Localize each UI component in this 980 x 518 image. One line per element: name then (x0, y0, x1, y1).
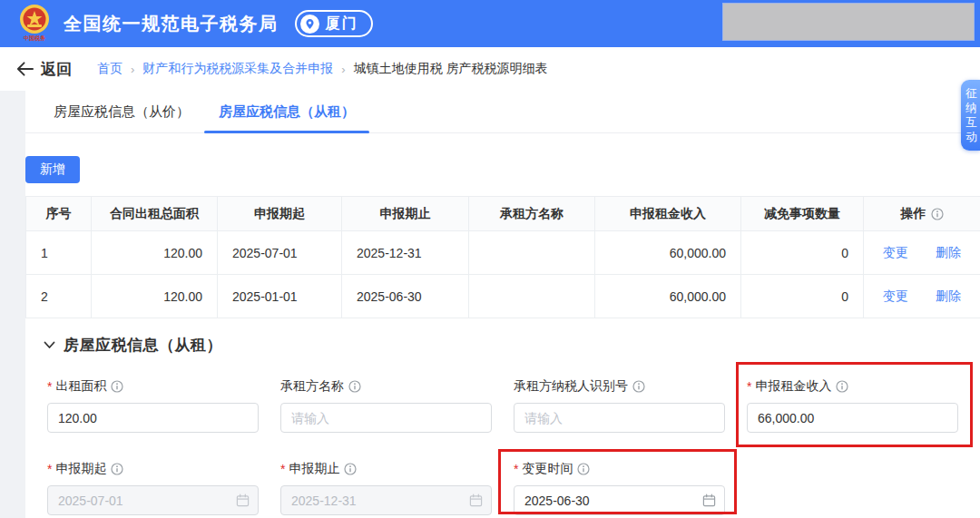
info-icon[interactable] (931, 208, 944, 220)
field-empty (747, 460, 958, 515)
change-link[interactable]: 变更 (883, 245, 908, 259)
breadcrumb: 首页 › 财产和行为税税源采集及合并申报 › 城镇土地使用税 房产税税源明细表 (97, 61, 548, 77)
section-title: 房屋应税信息（从租） (64, 335, 222, 356)
location-label: 厦门 (326, 15, 358, 34)
section-header: 房屋应税信息（从租） (25, 330, 980, 359)
field-lessee-tax-id: 承租方纳税人识别号 (514, 377, 725, 433)
change-date-input[interactable] (514, 485, 725, 515)
field-label: * 申报期止 (280, 460, 492, 478)
cell-rent-income: 60,000.00 (595, 231, 741, 275)
cell-area: 120.00 (92, 275, 218, 318)
chevron-down-icon[interactable] (44, 341, 55, 349)
required-marker: * (747, 379, 751, 394)
breadcrumb-bar: 返回 首页 › 财产和行为税税源采集及合并申报 › 城镇土地使用税 房产税税源明… (0, 47, 980, 91)
table-row: 1 120.00 2025-07-01 2025-12-31 60,000.00… (26, 231, 980, 275)
cell-exemption-count: 0 (741, 231, 864, 275)
location-pin-icon (300, 15, 319, 34)
breadcrumb-home[interactable]: 首页 (97, 61, 122, 77)
info-icon[interactable] (836, 380, 848, 393)
back-arrow-icon (16, 62, 34, 76)
info-icon[interactable] (344, 463, 357, 475)
info-icon[interactable] (632, 380, 645, 393)
screen: 中国税务 全国统一规范电子税务局 厦门 返回 首页 › 财产和行为税税源采集及合… (0, 0, 980, 518)
info-icon[interactable] (111, 380, 123, 393)
logo-caption: 中国税务 (24, 35, 45, 41)
col-period-start: 申报期起 (218, 197, 342, 231)
cell-period-start: 2025-07-01 (218, 231, 342, 275)
cell-area: 120.00 (92, 231, 218, 275)
cell-period-end: 2025-06-30 (342, 275, 469, 318)
tab-rental[interactable]: 房屋应税信息（从租） (204, 91, 369, 132)
location-selector[interactable]: 厦门 (295, 10, 373, 37)
col-actions: 操作 (864, 197, 980, 231)
rental-form: * 出租面积 承租方名称 (25, 377, 980, 515)
cell-period-start: 2025-01-01 (218, 275, 342, 318)
field-label: * 申报期起 (47, 460, 259, 478)
field-lessee-name: 承租方名称 (280, 377, 492, 433)
delete-link[interactable]: 删除 (936, 288, 961, 303)
rent-income-input[interactable] (747, 403, 958, 433)
cell-period-end: 2025-12-31 (342, 231, 469, 275)
breadcrumb-separator: › (341, 63, 345, 76)
cell-rent-income: 60,000.00 (595, 275, 741, 318)
content-card: 房屋应税信息（从价） 房屋应税信息（从租） 新增 序号 合同出租总面积 申报期起… (25, 91, 980, 518)
back-button[interactable]: 返回 (16, 59, 72, 80)
cell-exemption-count: 0 (741, 275, 864, 318)
app-title: 全国统一规范电子税务局 (64, 12, 279, 36)
breadcrumb-separator: › (131, 63, 134, 76)
col-period-end: 申报期止 (342, 197, 469, 231)
add-button[interactable]: 新增 (25, 156, 80, 183)
lessee-tax-id-input[interactable] (514, 403, 725, 433)
app-header: 中国税务 全国统一规范电子税务局 厦门 (0, 0, 980, 47)
field-period-end: * 申报期止 (280, 460, 492, 515)
field-label: * 变更时间 (514, 460, 725, 478)
cell-seq: 2 (26, 275, 92, 318)
col-rent-income: 申报租金收入 (595, 197, 741, 231)
national-emblem-icon (19, 4, 50, 34)
field-label: * 出租面积 (47, 377, 259, 396)
col-lessee: 承租方名称 (469, 197, 595, 231)
back-label: 返回 (41, 59, 72, 80)
period-start-input (47, 485, 259, 515)
tab-ad-valorem[interactable]: 房屋应税信息（从价） (39, 91, 204, 132)
delete-link[interactable]: 删除 (936, 245, 961, 259)
info-icon[interactable] (111, 463, 123, 475)
breadcrumb-collection[interactable]: 财产和行为税税源采集及合并申报 (142, 61, 333, 77)
cell-lessee (469, 275, 595, 318)
period-end-input (280, 485, 492, 515)
info-icon[interactable] (348, 380, 361, 393)
required-marker: * (514, 462, 518, 476)
redacted-user-area (722, 3, 975, 41)
cell-actions: 变更 删除 (864, 231, 980, 275)
field-label: 承租方纳税人识别号 (514, 377, 725, 396)
info-icon[interactable] (577, 463, 590, 475)
required-marker: * (280, 462, 285, 476)
rental-area-input[interactable] (47, 403, 259, 433)
tax-bureau-logo: 中国税务 (16, 4, 53, 44)
field-period-start: * 申报期起 (47, 460, 259, 515)
required-marker: * (47, 462, 52, 476)
table-header-row: 序号 合同出租总面积 申报期起 申报期止 承租方名称 申报租金收入 减免事项数量… (26, 197, 980, 231)
field-rent-income: * 申报租金收入 (747, 377, 958, 433)
change-link[interactable]: 变更 (883, 288, 908, 303)
col-exemption-count: 减免事项数量 (741, 197, 864, 231)
rental-records-table: 序号 合同出租总面积 申报期起 申报期止 承租方名称 申报租金收入 减免事项数量… (25, 196, 980, 318)
breadcrumb-current: 城镇土地使用税 房产税税源明细表 (354, 61, 548, 77)
tab-bar: 房屋应税信息（从价） 房屋应税信息（从租） (25, 91, 980, 133)
col-area: 合同出租总面积 (92, 197, 218, 231)
cell-actions: 变更 删除 (864, 275, 980, 318)
interaction-widget[interactable]: 征纳互动 (961, 80, 980, 151)
required-marker: * (47, 379, 52, 394)
col-seq: 序号 (26, 197, 92, 231)
field-change-date: * 变更时间 (514, 460, 725, 515)
field-rental-area: * 出租面积 (47, 377, 259, 433)
table-row: 2 120.00 2025-01-01 2025-06-30 60,000.00… (26, 275, 980, 318)
lessee-name-input[interactable] (280, 403, 492, 433)
field-label: 承租方名称 (280, 377, 492, 396)
cell-seq: 1 (26, 231, 92, 275)
cell-lessee (469, 231, 595, 275)
field-label: * 申报租金收入 (747, 377, 958, 396)
